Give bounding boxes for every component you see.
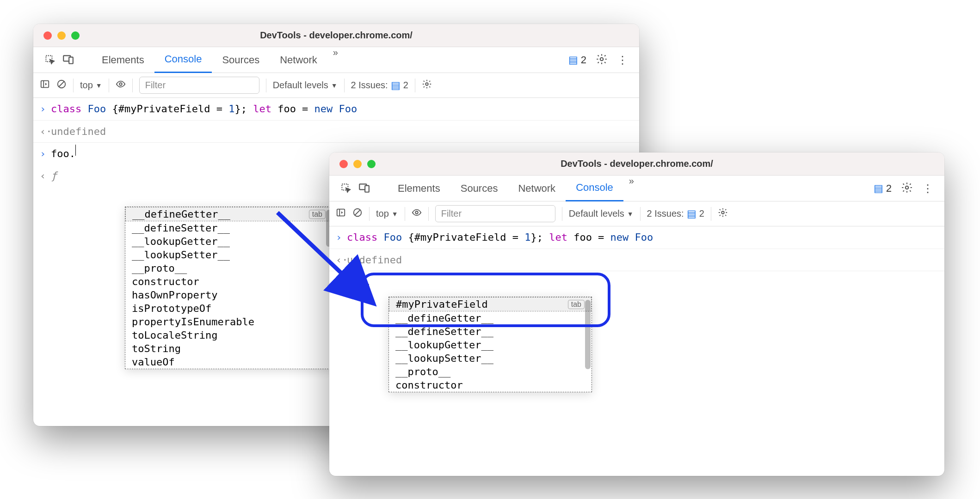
tab-console[interactable]: Console — [566, 176, 623, 201]
titlebar: DevTools - developer.chrome.com/ — [33, 24, 639, 47]
autocomplete-item[interactable]: toLocaleString — [125, 329, 333, 342]
inspect-icon[interactable] — [339, 182, 351, 195]
titlebar: DevTools - developer.chrome.com/ — [329, 152, 944, 176]
more-tabs-icon[interactable]: » — [327, 47, 344, 73]
tab-key-badge: tab — [568, 300, 585, 309]
minimize-icon[interactable] — [57, 31, 66, 40]
kebab-menu-icon[interactable]: ⋮ — [617, 54, 628, 67]
close-icon[interactable] — [43, 31, 52, 40]
kebab-menu-icon[interactable]: ⋮ — [922, 182, 933, 195]
issues-link[interactable]: 2 Issues: ▤ 2 — [351, 79, 408, 91]
close-icon[interactable] — [339, 160, 348, 168]
svg-rect-4 — [41, 81, 49, 88]
devtools-tabs: Elements Sources Network Console » ▤ 2 ⋮ — [329, 176, 944, 201]
eye-icon[interactable] — [412, 207, 422, 220]
tab-elements[interactable]: Elements — [388, 176, 450, 201]
issues-indicator[interactable]: ▤ 2 — [874, 183, 892, 195]
tab-sources[interactable]: Sources — [212, 47, 270, 73]
autocomplete-item[interactable]: __defineGetter__ — [389, 311, 592, 325]
tab-console[interactable]: Console — [154, 47, 212, 73]
svg-point-9 — [425, 83, 428, 85]
function-glyph: ƒ — [51, 167, 57, 185]
issues-link[interactable]: 2 Issues: ▤ 2 — [647, 208, 704, 220]
clear-console-icon[interactable] — [56, 79, 67, 91]
autocomplete-item[interactable]: toString — [125, 342, 333, 355]
maximize-icon[interactable] — [71, 31, 80, 40]
svg-point-19 — [721, 211, 724, 214]
settings-icon[interactable] — [901, 182, 913, 195]
device-toggle-icon[interactable] — [62, 53, 74, 67]
maximize-icon[interactable] — [367, 160, 376, 168]
console-settings-icon[interactable] — [422, 79, 432, 91]
message-icon: ▤ — [687, 208, 696, 220]
autocomplete-item[interactable]: #myPrivateField tab — [389, 297, 592, 311]
svg-point-8 — [119, 83, 122, 85]
tab-network[interactable]: Network — [508, 176, 566, 201]
autocomplete-item[interactable]: __lookupSetter__ — [389, 352, 592, 365]
svg-point-3 — [600, 57, 604, 61]
svg-line-20 — [277, 213, 368, 298]
autocomplete-popup[interactable]: #myPrivateField tab __defineGetter__ __d… — [388, 297, 592, 392]
message-icon: ▤ — [568, 54, 578, 66]
context-selector[interactable]: top▼ — [80, 80, 102, 91]
inspect-icon[interactable] — [43, 53, 55, 67]
console-code: class Foo {#myPrivateField = 1}; let foo… — [51, 100, 357, 118]
log-levels-selector[interactable]: Default levels▼ — [273, 80, 338, 91]
autocomplete-item[interactable]: propertyIsEnumerable — [125, 315, 333, 329]
eye-icon[interactable] — [116, 79, 126, 91]
sidebar-toggle-icon[interactable] — [40, 79, 50, 91]
autocomplete-item[interactable]: __lookupGetter__ — [389, 338, 592, 352]
scrollbar[interactable] — [585, 300, 591, 369]
console-input[interactable]: foo. — [51, 145, 75, 163]
tab-sources[interactable]: Sources — [450, 176, 508, 201]
more-tabs-icon[interactable]: » — [623, 176, 640, 201]
console-output: undefined — [51, 122, 106, 141]
issues-count: 2 — [886, 183, 892, 195]
window-title: DevTools - developer.chrome.com/ — [561, 158, 713, 169]
autocomplete-item[interactable]: __proto__ — [389, 365, 592, 378]
autocomplete-item[interactable]: valueOf — [125, 355, 333, 369]
svg-line-7 — [59, 82, 64, 87]
arrow-annotation — [273, 208, 384, 310]
autocomplete-item[interactable]: constructor — [389, 378, 592, 392]
console-input-row: › class Foo {#myPrivateField = 1}; let f… — [33, 98, 639, 121]
message-icon: ▤ — [874, 183, 883, 195]
console-input-row[interactable]: › foo. — [329, 271, 944, 293]
svg-rect-2 — [69, 57, 73, 63]
window-title: DevTools - developer.chrome.com/ — [260, 30, 413, 41]
filter-input[interactable]: Filter — [139, 77, 259, 94]
svg-point-13 — [906, 186, 909, 189]
console-toolbar: top▼ Filter Default levels▼ 2 Issues: ▤ … — [33, 73, 639, 98]
tab-elements[interactable]: Elements — [92, 47, 154, 73]
console-code: class Foo {#myPrivateField = 1}; let foo… — [347, 228, 653, 247]
devtools-tabs: Elements Console Sources Network » ▤ 2 ⋮ — [33, 47, 639, 73]
console-output-row: ‹· undefined — [33, 121, 639, 143]
issues-count: 2 — [581, 54, 586, 66]
console-input-row: › class Foo {#myPrivateField = 1}; let f… — [329, 226, 944, 249]
console-output-row: ‹· undefined — [329, 249, 944, 272]
input-prompt-icon: › — [40, 100, 51, 118]
settings-icon[interactable] — [596, 53, 608, 67]
output-prompt-icon: ‹· — [40, 122, 51, 141]
svg-point-18 — [415, 211, 418, 214]
output-prompt-icon: ‹ — [40, 167, 51, 185]
minimize-icon[interactable] — [353, 160, 362, 168]
tab-network[interactable]: Network — [270, 47, 327, 73]
input-prompt-icon: › — [40, 145, 51, 163]
message-icon: ▤ — [391, 79, 401, 91]
log-levels-selector[interactable]: Default levels▼ — [569, 208, 634, 219]
autocomplete-item[interactable]: __defineSetter__ — [389, 325, 592, 338]
filter-input[interactable]: Filter — [435, 205, 555, 222]
device-toggle-icon[interactable] — [358, 182, 370, 195]
console-body: › class Foo {#myPrivateField = 1}; let f… — [329, 226, 944, 293]
issues-indicator[interactable]: ▤ 2 — [568, 54, 586, 66]
console-settings-icon[interactable] — [718, 207, 728, 220]
svg-rect-12 — [365, 185, 369, 192]
console-toolbar: top▼ Filter Default levels▼ 2 Issues: ▤ … — [329, 201, 944, 226]
